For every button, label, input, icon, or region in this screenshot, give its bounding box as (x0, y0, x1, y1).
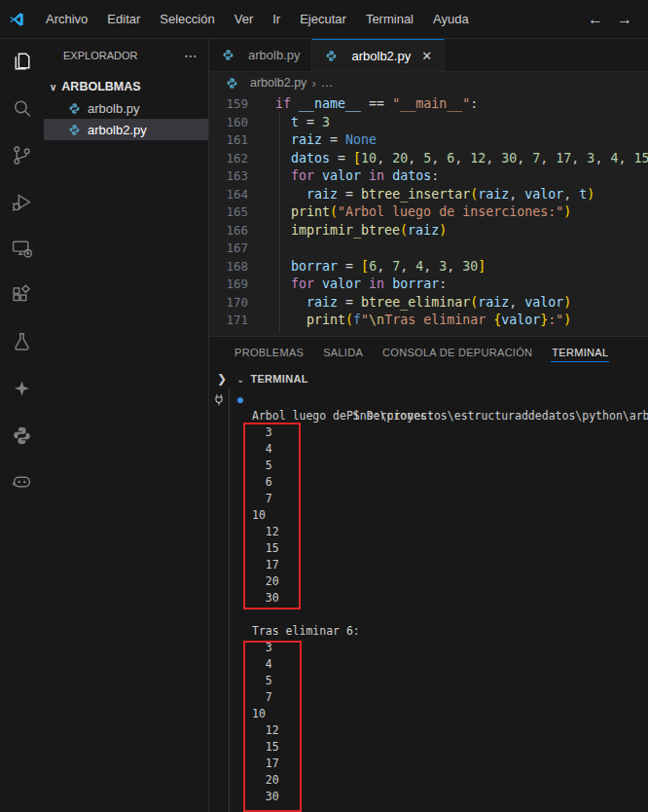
breadcrumb-separator-icon: › (311, 76, 315, 91)
folder-arbolbmas[interactable]: ∨ ARBOLBMAS (44, 76, 208, 97)
menu-ver[interactable]: Ver (226, 9, 263, 29)
python-file-icon (67, 101, 82, 116)
vscode-logo-icon (8, 11, 25, 28)
nav-forward-button[interactable]: → (617, 11, 632, 28)
code-text: print("Arbol luego de inserciones:") (248, 203, 571, 222)
line-number: 163 (209, 167, 248, 186)
menu-terminal[interactable]: Terminal (357, 9, 422, 29)
tab-label: arbolb2.py (351, 49, 411, 63)
nav-back-button[interactable]: ← (588, 11, 603, 28)
close-icon[interactable]: ✕ (421, 49, 432, 63)
python-file-icon (225, 76, 239, 91)
line-number: 164 (209, 186, 248, 204)
code-text: raiz = None (248, 131, 377, 150)
breadcrumb-file[interactable]: arbolb2.py (250, 76, 306, 90)
code-line[interactable]: 171 print(f"\nTras eliminar {valor}:") (209, 312, 648, 330)
search-icon[interactable] (10, 95, 35, 121)
file-item-arbolb2-py[interactable]: arbolb2.py (44, 119, 208, 140)
line-number: 171 (209, 312, 248, 330)
code-text (248, 240, 275, 258)
python-icon[interactable] (10, 423, 35, 448)
terminal-body: ●PS D:\proyectos\estructuraddedatos\pyth… (209, 389, 648, 812)
tab-arbolb-py[interactable]: arbolb.py (209, 39, 312, 71)
remote-explorer-icon[interactable] (10, 236, 35, 261)
panel-tab-problemas[interactable]: PROBLEMAS (229, 341, 309, 364)
line-number: 168 (209, 258, 248, 277)
menu-archivo[interactable]: Archivo (37, 9, 96, 29)
sparkle-icon[interactable] (10, 376, 35, 401)
file-name: arbolb.py (88, 101, 139, 116)
breadcrumb-symbol[interactable]: … (321, 76, 334, 90)
code-line[interactable]: 165 print("Arbol luego de inserciones:") (209, 203, 648, 222)
line-number: 160 (209, 114, 248, 132)
command-decoration-dot[interactable]: ● (237, 391, 243, 408)
code-text: for valor in datos: (248, 167, 439, 186)
file-item-arbolb-py[interactable]: arbolb.py (44, 97, 208, 119)
menu-ir[interactable]: Ir (264, 9, 289, 29)
file-name: arbolb2.py (88, 123, 147, 137)
python-file-icon (67, 123, 82, 137)
section-chevron-down-icon[interactable]: ⌄ (236, 374, 244, 385)
code-line[interactable]: 163 for valor in datos: (209, 167, 648, 186)
panel-chevron-icon[interactable]: ❯ (217, 372, 227, 386)
editor-tab-bar: arbolb.pyarbolb2.py✕ (209, 39, 648, 72)
menu-seleccio-n[interactable]: Selección (151, 9, 223, 29)
line-number: 170 (209, 294, 248, 313)
panel-tab-salida[interactable]: SALIDA (317, 341, 369, 364)
explorer-title: EXPLORADOR (63, 50, 137, 61)
code-line[interactable]: 167 (209, 240, 648, 258)
terminal-gutter (209, 389, 230, 812)
copilot-icon[interactable] (10, 469, 35, 495)
code-text: imprimir_btree(raiz) (248, 222, 447, 240)
code-line[interactable]: 166 imprimir_btree(raiz) (209, 222, 648, 240)
breadcrumb[interactable]: arbolb2.py › … (209, 72, 648, 93)
terminal-prompt: PS D:\proyectos\estructuraddedatos\pytho… (346, 409, 648, 423)
annotation-box-tree1 (243, 423, 301, 609)
tab-label: arbolb.py (248, 48, 300, 62)
code-line[interactable]: 159if __name__ == "__main__": (209, 95, 648, 114)
menu-editar[interactable]: Editar (98, 9, 149, 29)
menu-ejecutar[interactable]: Ejecutar (291, 9, 355, 29)
code-line[interactable]: 160 t = 3 (209, 114, 648, 132)
bottom-panel: PROBLEMASSALIDACONSOLA DE DEPURACIÓNTERM… (209, 336, 648, 812)
code-editor[interactable]: 159if __name__ == "__main__":160 t = 316… (209, 93, 648, 336)
code-line[interactable]: 169 for valor in borrar: (209, 276, 648, 294)
line-number: 166 (209, 222, 248, 240)
more-actions-icon[interactable]: ⋯ (184, 48, 198, 63)
code-text: raiz = btree_eliminar(raiz, valor) (248, 294, 571, 313)
menu-bar: ArchivoEditarSelecciónVerIrEjecutarTermi… (37, 9, 478, 29)
line-number: 159 (209, 95, 248, 114)
line-number: 161 (209, 131, 248, 150)
plug-icon (212, 393, 226, 407)
panel-tab-terminal[interactable]: TERMINAL (546, 341, 614, 364)
file-list: arbolb.pyarbolb2.py (44, 97, 208, 140)
code-line[interactable]: 170 raiz = btree_eliminar(raiz, valor) (209, 294, 648, 313)
python-file-icon (324, 49, 339, 63)
indent-guide (279, 113, 280, 333)
annotation-box-tree2 (243, 641, 302, 812)
code-text: print(f"\nTras eliminar {valor}:") (248, 312, 571, 330)
line-number: 162 (209, 150, 248, 168)
chevron-down-icon: ∨ (50, 82, 56, 92)
terminal-command-line: ●PS D:\proyectos\estructuraddedatos\pyth… (252, 391, 648, 408)
python-file-icon (221, 48, 235, 62)
testing-icon[interactable] (10, 329, 35, 354)
terminal-output: Arbol luego de inserciones: 3 4 5 6 7 10… (252, 408, 648, 805)
code-line[interactable]: 162 datos = [10, 20, 5, 6, 12, 30, 7, 17… (209, 150, 648, 168)
code-line[interactable]: 168 borrar = [6, 7, 4, 3, 30] (209, 258, 648, 277)
run-debug-icon[interactable] (10, 189, 35, 214)
panel-tab-consola-de-depuracio-n[interactable]: CONSOLA DE DEPURACIÓN (377, 341, 538, 364)
line-number: 167 (209, 240, 248, 258)
source-control-icon[interactable] (10, 142, 35, 167)
code-line[interactable]: 164 raiz = btree_insertar(raiz, valor, t… (209, 186, 648, 204)
line-number: 169 (209, 276, 248, 294)
panel-tab-bar: PROBLEMASSALIDACONSOLA DE DEPURACIÓNTERM… (209, 337, 648, 368)
vscode-window: ArchivoEditarSelecciónVerIrEjecutarTermi… (0, 0, 648, 812)
extensions-icon[interactable] (10, 282, 35, 308)
code-text: borrar = [6, 7, 4, 3, 30] (248, 258, 486, 277)
code-line[interactable]: 161 raiz = None (209, 131, 648, 150)
menu-ayuda[interactable]: Ayuda (424, 9, 478, 29)
files-icon[interactable] (10, 49, 35, 74)
code-text: raiz = btree_insertar(raiz, valor, t) (248, 186, 594, 204)
tab-arbolb2-py[interactable]: arbolb2.py✕ (312, 39, 445, 71)
